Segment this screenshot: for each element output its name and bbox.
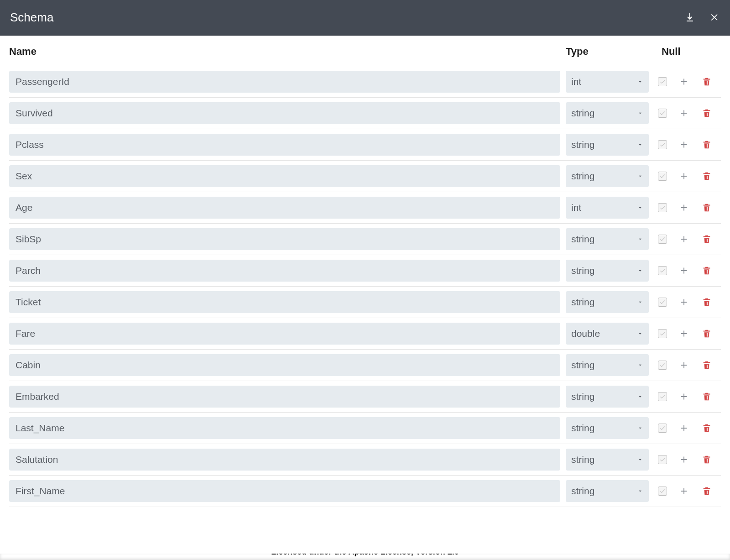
- schema-rows: intstringstringstringintstringstringstri…: [9, 66, 721, 507]
- schema-row: string: [9, 413, 721, 444]
- field-type-select[interactable]: string: [566, 386, 649, 408]
- close-icon[interactable]: [710, 12, 720, 22]
- chevron-down-icon: [637, 297, 643, 308]
- field-type-select[interactable]: string: [566, 354, 649, 376]
- nullable-checkbox[interactable]: [657, 454, 668, 465]
- add-row-button[interactable]: [677, 264, 691, 277]
- add-row-button[interactable]: [677, 232, 691, 246]
- add-row-button[interactable]: [677, 138, 691, 152]
- nullable-checkbox[interactable]: [657, 139, 668, 150]
- field-name-input[interactable]: [9, 291, 560, 313]
- field-type-select[interactable]: string: [566, 291, 649, 313]
- nullable-checkbox[interactable]: [657, 234, 668, 245]
- field-name-input[interactable]: [9, 260, 560, 282]
- delete-row-button[interactable]: [700, 358, 714, 372]
- nullable-checkbox[interactable]: [657, 202, 668, 213]
- field-type-value: string: [571, 454, 594, 465]
- field-name-input[interactable]: [9, 165, 560, 187]
- delete-row-button[interactable]: [700, 138, 714, 152]
- field-name-input[interactable]: [9, 197, 560, 219]
- nullable-checkbox[interactable]: [657, 76, 668, 87]
- field-type-value: string: [571, 297, 594, 308]
- column-header-name: Name: [9, 46, 566, 58]
- delete-row-button[interactable]: [700, 327, 714, 340]
- schema-row: string: [9, 350, 721, 381]
- add-row-button[interactable]: [677, 327, 691, 340]
- chevron-down-icon: [637, 234, 643, 245]
- header-actions: [684, 12, 720, 23]
- nullable-checkbox[interactable]: [657, 108, 668, 119]
- nullable-checkbox[interactable]: [657, 328, 668, 339]
- schema-row: string: [9, 255, 721, 287]
- field-name-input[interactable]: [9, 449, 560, 471]
- field-name-input[interactable]: [9, 417, 560, 439]
- schema-row: string: [9, 98, 721, 129]
- delete-row-button[interactable]: [700, 106, 714, 120]
- schema-content: Name Type Null intstringstringstringints…: [0, 36, 730, 507]
- field-name-input[interactable]: [9, 102, 560, 124]
- schema-row: string: [9, 161, 721, 192]
- field-name-input[interactable]: [9, 323, 560, 345]
- column-header-null: Null: [662, 46, 689, 58]
- field-type-value: string: [571, 423, 594, 434]
- field-type-value: string: [571, 391, 594, 402]
- add-row-button[interactable]: [677, 201, 691, 215]
- field-type-select[interactable]: string: [566, 102, 649, 124]
- add-row-button[interactable]: [677, 453, 691, 466]
- field-type-value: int: [571, 76, 581, 87]
- field-name-input[interactable]: [9, 354, 560, 376]
- field-type-select[interactable]: string: [566, 228, 649, 250]
- field-name-input[interactable]: [9, 480, 560, 502]
- field-type-select[interactable]: string: [566, 134, 649, 156]
- add-row-button[interactable]: [677, 358, 691, 372]
- nullable-checkbox[interactable]: [657, 423, 668, 434]
- field-type-select[interactable]: int: [566, 71, 649, 93]
- delete-row-button[interactable]: [700, 390, 714, 403]
- nullable-checkbox[interactable]: [657, 360, 668, 371]
- schema-row: string: [9, 129, 721, 161]
- delete-row-button[interactable]: [700, 295, 714, 309]
- field-type-select[interactable]: string: [566, 417, 649, 439]
- field-type-value: double: [571, 328, 600, 339]
- delete-row-button[interactable]: [700, 75, 714, 89]
- download-icon[interactable]: [684, 12, 695, 23]
- delete-row-button[interactable]: [700, 264, 714, 277]
- add-row-button[interactable]: [677, 390, 691, 403]
- field-name-input[interactable]: [9, 386, 560, 408]
- field-type-select[interactable]: int: [566, 197, 649, 219]
- add-row-button[interactable]: [677, 169, 691, 183]
- nullable-checkbox[interactable]: [657, 391, 668, 402]
- delete-row-button[interactable]: [700, 232, 714, 246]
- field-type-select[interactable]: string: [566, 449, 649, 471]
- column-header-type: Type: [566, 46, 662, 58]
- add-row-button[interactable]: [677, 106, 691, 120]
- field-type-select[interactable]: double: [566, 323, 649, 345]
- field-type-select[interactable]: string: [566, 260, 649, 282]
- field-name-input[interactable]: [9, 71, 560, 93]
- chevron-down-icon: [637, 108, 643, 119]
- field-type-select[interactable]: string: [566, 480, 649, 502]
- field-name-input[interactable]: [9, 228, 560, 250]
- field-type-value: string: [571, 360, 594, 371]
- field-type-select[interactable]: string: [566, 165, 649, 187]
- nullable-checkbox[interactable]: [657, 171, 668, 182]
- chevron-down-icon: [637, 486, 643, 497]
- nullable-checkbox[interactable]: [657, 265, 668, 276]
- add-row-button[interactable]: [677, 421, 691, 435]
- schema-row: int: [9, 192, 721, 224]
- delete-row-button[interactable]: [700, 453, 714, 466]
- nullable-checkbox[interactable]: [657, 486, 668, 497]
- chevron-down-icon: [637, 76, 643, 87]
- delete-row-button[interactable]: [700, 421, 714, 435]
- chevron-down-icon: [637, 139, 643, 150]
- delete-row-button[interactable]: [700, 484, 714, 498]
- field-name-input[interactable]: [9, 134, 560, 156]
- dialog-title: Schema: [10, 10, 53, 25]
- add-row-button[interactable]: [677, 484, 691, 498]
- delete-row-button[interactable]: [700, 169, 714, 183]
- chevron-down-icon: [637, 265, 643, 276]
- delete-row-button[interactable]: [700, 201, 714, 215]
- add-row-button[interactable]: [677, 75, 691, 89]
- nullable-checkbox[interactable]: [657, 297, 668, 308]
- add-row-button[interactable]: [677, 295, 691, 309]
